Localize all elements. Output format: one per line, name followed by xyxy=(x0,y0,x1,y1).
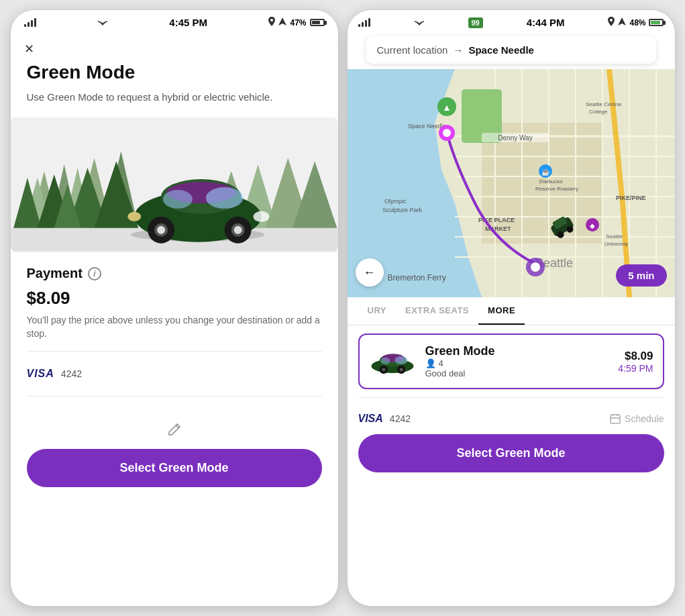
svg-point-93 xyxy=(399,368,403,371)
payment-visa-row: VISA 4242 xyxy=(27,358,322,389)
page-subtitle: Use Green Mode to request a hybrid or el… xyxy=(27,90,322,104)
select-green-mode-button-right[interactable]: Select Green Mode xyxy=(358,434,664,472)
ride-option-card[interactable]: Green Mode 👤 4 Good deal $8.09 4:59 PM xyxy=(358,333,664,389)
calendar-icon xyxy=(610,413,621,424)
eta-badge: 5 min xyxy=(616,264,666,287)
location-bar[interactable]: Current location → Space Needle xyxy=(366,36,656,64)
ride-car-thumbnail xyxy=(369,348,416,375)
car-illustration xyxy=(11,117,338,252)
bottom-section: VISA 4242 Schedule Select Green Mode xyxy=(348,403,675,486)
location-from: Current location xyxy=(377,44,448,56)
battery-icon xyxy=(310,19,325,26)
left-status-bar: 4:45 PM 47% xyxy=(11,10,338,32)
right-status-bar: 99 4:44 PM 48% xyxy=(348,10,675,31)
ride-price-column: $8.09 4:59 PM xyxy=(618,350,653,374)
map-back-button[interactable]: ← xyxy=(356,258,384,287)
svg-point-33 xyxy=(233,226,242,234)
svg-text:Seattle Central: Seattle Central xyxy=(586,101,621,107)
select-green-mode-button[interactable]: Select Green Mode xyxy=(27,449,322,487)
svg-text:☕: ☕ xyxy=(541,168,550,176)
ride-deal: Good deal xyxy=(425,368,609,378)
svg-text:▲: ▲ xyxy=(442,102,452,113)
tab-more[interactable]: MORE xyxy=(478,297,525,325)
payment-divider-2 xyxy=(27,396,322,397)
svg-text:Reserve Roastery: Reserve Roastery xyxy=(535,186,578,192)
svg-text:◆: ◆ xyxy=(590,222,595,229)
location-arrow: → xyxy=(453,44,463,56)
svg-point-88 xyxy=(394,356,407,364)
svg-text:PIKE/PINE: PIKE/PINE xyxy=(616,195,646,201)
visa-label: VISA xyxy=(27,368,54,380)
close-button[interactable]: ✕ xyxy=(11,32,338,62)
schedule-label: Schedule xyxy=(625,413,664,424)
svg-point-27 xyxy=(127,212,141,221)
payment-title: Payment xyxy=(27,266,83,281)
location-to: Space Needle xyxy=(468,44,534,56)
right-notification-badge: 99 xyxy=(468,17,483,28)
svg-line-34 xyxy=(176,425,178,428)
tab-luxury[interactable]: URY xyxy=(358,297,396,325)
ride-price: $8.09 xyxy=(618,350,653,363)
right-signal-icon xyxy=(358,18,370,27)
svg-point-72 xyxy=(443,129,451,137)
payment-note: You'll pay the price above unless you ch… xyxy=(27,314,322,340)
card-number: 4242 xyxy=(61,368,82,379)
signal-icon xyxy=(24,18,36,27)
right-phone: 99 4:44 PM 48% Current location → xyxy=(347,9,676,607)
svg-point-74 xyxy=(531,262,540,272)
visa-left: VISA 4242 xyxy=(358,413,411,425)
svg-text:University: University xyxy=(604,241,628,247)
right-battery-percent: 48% xyxy=(629,18,645,28)
bottom-divider xyxy=(358,397,664,398)
svg-text:Olympic: Olympic xyxy=(384,198,407,205)
tab-extra-seats[interactable]: EXTRA SEATS xyxy=(396,297,478,325)
svg-point-89 xyxy=(380,357,390,364)
svg-point-36 xyxy=(610,19,613,21)
svg-point-35 xyxy=(418,23,420,25)
svg-point-0 xyxy=(101,23,103,25)
left-time: 4:45 PM xyxy=(169,17,207,28)
svg-point-25 xyxy=(163,190,193,209)
svg-text:Denny Way: Denny Way xyxy=(498,134,532,142)
payment-section: Payment i $8.09 You'll pay the price abo… xyxy=(11,252,338,417)
svg-point-92 xyxy=(382,368,385,371)
location-bar-wrapper: Current location → Space Needle xyxy=(348,31,675,69)
payment-divider xyxy=(27,351,322,352)
right-location-icon xyxy=(608,17,615,28)
right-battery-icon xyxy=(649,19,664,26)
svg-point-26 xyxy=(253,211,269,222)
back-arrow-icon: ← xyxy=(364,266,376,280)
wifi-icon xyxy=(97,17,108,28)
visa-schedule-row: VISA 4242 Schedule xyxy=(358,413,664,425)
right-time: 4:44 PM xyxy=(527,17,565,28)
svg-text:College: College xyxy=(589,109,608,115)
svg-marker-2 xyxy=(278,17,286,25)
svg-text:Starbucks: Starbucks xyxy=(539,178,563,185)
svg-point-24 xyxy=(205,187,243,209)
bremerton-label: Bremerton Ferry xyxy=(388,273,446,283)
select-button-wrapper: Select Green Mode xyxy=(11,442,338,503)
svg-point-1 xyxy=(270,19,273,21)
visa-label-right: VISA xyxy=(358,413,383,425)
edit-icon-row xyxy=(11,417,338,442)
left-status-icons: 47% xyxy=(268,17,324,28)
map-view: Denny Way Space Needle Olympic Sculpture… xyxy=(348,69,675,297)
person-icon: 👤 xyxy=(425,358,436,368)
location-icon xyxy=(268,17,275,28)
ride-name: Green Mode xyxy=(425,344,609,358)
payment-price: $8.09 xyxy=(27,288,322,309)
svg-point-32 xyxy=(157,226,165,234)
schedule-button[interactable]: Schedule xyxy=(610,413,664,424)
pencil-icon[interactable] xyxy=(167,422,182,437)
svg-rect-94 xyxy=(611,415,620,423)
navigation-icon xyxy=(278,17,286,28)
trees-background xyxy=(11,117,338,252)
right-navigation-icon xyxy=(618,17,626,28)
page-title: Green Mode xyxy=(27,62,322,83)
ride-tabs: URY EXTRA SEATS MORE xyxy=(348,297,675,325)
svg-text:Seattle: Seattle xyxy=(606,234,623,240)
info-icon[interactable]: i xyxy=(88,267,101,280)
map-svg: Denny Way Space Needle Olympic Sculpture… xyxy=(348,69,675,297)
svg-marker-37 xyxy=(618,17,626,25)
svg-text:Sculpture Park: Sculpture Park xyxy=(382,207,423,213)
